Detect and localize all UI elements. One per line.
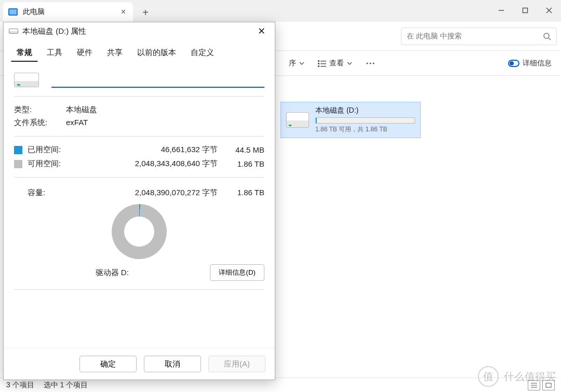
sort-label: 序 [289, 59, 296, 68]
free-swatch-icon [14, 160, 22, 168]
drive-letter-label: 驱动器 D: [14, 268, 210, 278]
tab-sharing[interactable]: 共享 [101, 44, 128, 62]
details-pane-toggle[interactable]: 详细信息 [508, 59, 552, 68]
tab-previous[interactable]: 以前的版本 [131, 44, 182, 62]
tab-this-pc[interactable]: 此电脑 × [3, 2, 133, 22]
chevron-down-icon [347, 61, 352, 66]
capacity-label: 容量: [14, 188, 73, 198]
tab-custom[interactable]: 自定义 [185, 44, 220, 62]
drive-info: 本地磁盘 (D:) 1.86 TB 可用，共 1.86 TB [315, 106, 415, 134]
window-controls [489, 0, 561, 21]
tab-title: 此电脑 [23, 7, 45, 17]
dialog-tabs: 常规 工具 硬件 共享 以前的版本 自定义 [4, 40, 275, 62]
disk-cleanup-button[interactable]: 详细信息(D) [210, 264, 264, 281]
view-menu[interactable]: 查看 [318, 59, 352, 68]
usage-pie-chart [112, 204, 167, 259]
minimize-button[interactable] [489, 0, 513, 21]
svg-point-14 [373, 62, 375, 64]
sort-menu[interactable]: 序 [289, 59, 304, 68]
drive-item-d[interactable]: 本地磁盘 (D:) 1.86 TB 可用，共 1.86 TB [280, 102, 421, 138]
search-icon [543, 32, 551, 40]
type-value: 本地磁盘 [66, 105, 97, 115]
capacity-bar [315, 117, 415, 124]
svg-rect-10 [318, 65, 319, 67]
svg-point-4 [544, 33, 549, 38]
drive-icon [14, 73, 39, 87]
svg-point-12 [367, 62, 368, 64]
monitor-icon [8, 8, 18, 16]
tab-strip: 此电脑 × + [0, 0, 561, 22]
ok-button[interactable]: 确定 [79, 356, 137, 372]
svg-rect-8 [318, 63, 319, 64]
capacity-bytes: 2,048,390,070,272 字节 [73, 188, 218, 198]
list-icon [318, 60, 326, 67]
dialog-buttons: 确定 取消 应用(A) [4, 348, 275, 380]
apply-button[interactable]: 应用(A) [208, 356, 265, 372]
maximize-button[interactable] [513, 0, 537, 21]
svg-point-13 [370, 62, 371, 64]
view-label: 查看 [329, 59, 344, 68]
drive-properties-dialog: 本地磁盘 (D:) 属性 ✕ 常规 工具 硬件 共享 以前的版本 自定义 类型:… [3, 22, 275, 380]
tab-hardware[interactable]: 硬件 [71, 44, 98, 62]
cancel-button[interactable]: 取消 [144, 356, 201, 372]
status-selected: 选中 1 个项目 [44, 381, 88, 390]
watermark: 值 什么值得买 [478, 366, 556, 387]
svg-rect-11 [320, 66, 326, 67]
used-swatch-icon [14, 146, 22, 154]
free-bytes: 2,048,343,408,640 字节 [73, 159, 218, 169]
watermark-stamp: 值 [478, 366, 499, 387]
tab-general[interactable]: 常规 [11, 44, 38, 62]
used-label: 已用空间: [28, 145, 73, 155]
drive-icon [9, 29, 18, 34]
close-window-button[interactable] [537, 0, 561, 21]
search-input[interactable]: 在 此电脑 中搜索 [401, 28, 557, 45]
drive-name: 本地磁盘 (D:) [315, 106, 415, 115]
free-label: 可用空间: [28, 159, 73, 169]
dialog-title: 本地磁盘 (D:) 属性 [22, 26, 86, 36]
capacity-text: 1.86 TB 可用，共 1.86 TB [315, 125, 415, 134]
space-block: 已用空间: 46,661,632 字节 44.5 MB 可用空间: 2,048,… [14, 145, 264, 169]
drive-icon [286, 112, 309, 128]
capacity-human: 1.86 TB [218, 188, 264, 198]
svg-line-5 [549, 38, 551, 40]
watermark-text: 什么值得买 [504, 370, 556, 384]
used-human: 44.5 MB [218, 145, 264, 154]
chevron-down-icon [299, 61, 304, 66]
more-menu[interactable] [366, 62, 375, 65]
svg-rect-7 [320, 61, 326, 62]
dialog-close-button[interactable]: ✕ [253, 23, 270, 39]
type-label: 类型: [14, 105, 66, 115]
tab-close-icon[interactable]: × [121, 7, 126, 17]
svg-rect-6 [318, 60, 319, 62]
dialog-body: 类型: 本地磁盘 文件系统: exFAT 已用空间: 46,661,632 字节… [4, 62, 275, 348]
new-tab-button[interactable]: + [136, 3, 155, 22]
search-placeholder: 在 此电脑 中搜索 [407, 32, 462, 41]
status-count: 3 个项目 [6, 381, 34, 390]
tab-tools[interactable]: 工具 [41, 44, 68, 62]
used-bytes: 46,661,632 字节 [73, 145, 218, 155]
ellipsis-icon [366, 62, 375, 65]
dialog-title-bar: 本地磁盘 (D:) 属性 ✕ [4, 22, 275, 40]
drive-label-input[interactable] [51, 72, 264, 88]
free-human: 1.86 TB [218, 159, 264, 168]
toggle-icon [508, 60, 519, 67]
svg-rect-9 [320, 63, 326, 64]
filesystem-label: 文件系统: [14, 118, 66, 128]
svg-rect-1 [523, 8, 528, 13]
details-label: 详细信息 [523, 59, 552, 68]
filesystem-value: exFAT [66, 118, 88, 128]
